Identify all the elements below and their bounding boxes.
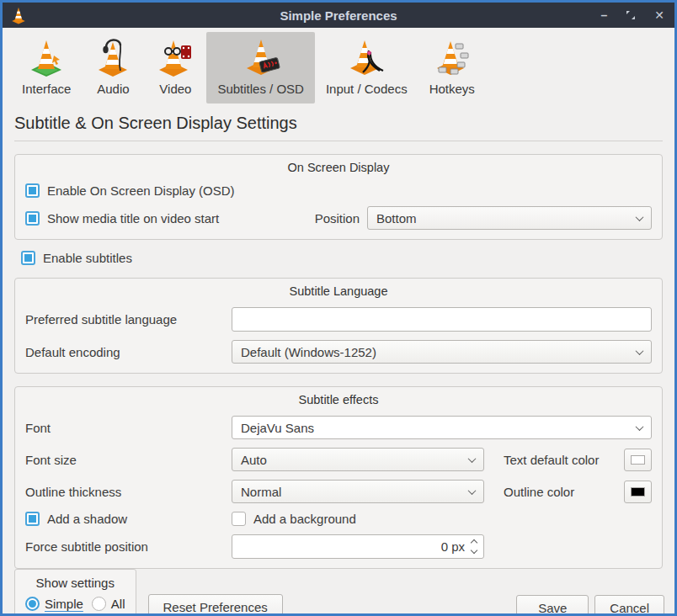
titlebar[interactable]: Simple Preferences – ✕: [3, 3, 674, 28]
force-position-label: Force subtitle position: [25, 539, 232, 554]
chevron-down-icon: [471, 547, 477, 554]
spinner-arrows[interactable]: [472, 540, 477, 553]
preferred-language-label: Preferred subtitle language: [25, 312, 232, 327]
chevron-down-icon: [468, 454, 477, 463]
group-subtitle-language: Subtitle Language Preferred subtitle lan…: [14, 278, 663, 374]
preferred-language-input[interactable]: [232, 307, 652, 332]
enable-subtitles-label: Enable subtitles: [43, 251, 132, 265]
audio-cone-icon: [93, 37, 133, 77]
subtitles-cone-icon: [241, 37, 281, 77]
footer-bar: Show settings Simple All Reset Preferenc…: [3, 569, 674, 616]
chevron-down-icon: [468, 486, 477, 495]
add-shadow-label: Add a shadow: [47, 512, 127, 526]
enable-subtitles-checkbox[interactable]: Enable subtitles: [21, 251, 132, 265]
text-default-color-label: Text default color: [504, 453, 599, 467]
position-label: Position: [315, 211, 360, 226]
group-title: On Screen Display: [25, 159, 652, 175]
page-heading-wrap: Subtitle & On Screen Display Settings: [14, 114, 663, 141]
enable-osd-checkbox[interactable]: Enable On Screen Display (OSD): [25, 183, 235, 198]
position-dropdown[interactable]: Bottom: [367, 206, 652, 230]
tab-label: Audio: [97, 82, 129, 96]
checkbox-checked-icon: [25, 211, 40, 226]
tab-label: Hotkeys: [429, 82, 475, 96]
preferences-window: Simple Preferences – ✕: [0, 0, 677, 616]
outline-color-button[interactable]: [624, 481, 652, 503]
show-settings-title: Show settings: [25, 576, 125, 590]
settings-content: On Screen Display Enable On Screen Displ…: [3, 141, 674, 569]
radio-simple[interactable]: Simple: [25, 597, 83, 611]
chevron-down-icon: [636, 422, 644, 431]
tab-subtitles-osd[interactable]: Subtitles / OSD: [206, 32, 315, 104]
window-title: Simple Preferences: [3, 8, 674, 23]
chevron-down-icon: [636, 213, 644, 221]
group-on-screen-display: On Screen Display Enable On Screen Displ…: [14, 154, 663, 240]
add-shadow-checkbox[interactable]: Add a shadow: [25, 512, 232, 526]
font-size-dropdown[interactable]: Auto: [232, 448, 484, 471]
restore-icon[interactable]: [626, 10, 636, 20]
minimize-icon[interactable]: –: [600, 9, 607, 21]
enable-osd-label: Enable On Screen Display (OSD): [47, 183, 235, 198]
tab-label: Video: [159, 82, 191, 96]
default-encoding-value: Default (Windows-1252): [241, 345, 376, 359]
cancel-button[interactable]: Cancel: [594, 595, 664, 616]
radio-unselected-icon: [92, 597, 106, 611]
outline-thickness-dropdown[interactable]: Normal: [232, 480, 484, 503]
tab-interface[interactable]: Interface: [11, 32, 82, 104]
outline-thickness-value: Normal: [241, 485, 281, 499]
category-toolbar: Interface Audio: [3, 28, 674, 104]
group-title: Subtitle effects: [25, 391, 652, 407]
text-default-color-button[interactable]: [624, 449, 652, 471]
default-encoding-label: Default encoding: [25, 345, 232, 359]
group-title: Subtitle Language: [25, 283, 652, 299]
radio-simple-label: Simple: [45, 597, 83, 611]
font-size-value: Auto: [241, 453, 267, 467]
hotkeys-cone-icon: [432, 37, 472, 77]
close-icon[interactable]: ✕: [654, 9, 664, 21]
force-position-value: 0 px: [441, 539, 465, 554]
text-color-swatch: [631, 455, 645, 465]
checkbox-checked-icon: [25, 512, 40, 526]
position-value: Bottom: [376, 211, 417, 226]
video-cone-icon: [155, 37, 195, 77]
outline-thickness-label: Outline thickness: [25, 485, 232, 499]
reset-preferences-button[interactable]: Reset Preferences: [148, 594, 283, 616]
window-controls: – ✕: [600, 3, 664, 28]
checkbox-checked-icon: [21, 251, 35, 265]
tab-audio[interactable]: Audio: [82, 32, 144, 104]
tab-video[interactable]: Video: [144, 32, 206, 104]
font-dropdown[interactable]: DejaVu Sans: [232, 416, 652, 439]
default-encoding-dropdown[interactable]: Default (Windows-1252): [232, 340, 652, 364]
add-background-checkbox[interactable]: Add a background: [232, 512, 652, 526]
tab-label: Interface: [22, 82, 71, 96]
interface-cone-icon: [26, 37, 67, 77]
radio-selected-icon: [25, 597, 40, 611]
outline-color-label: Outline color: [504, 485, 574, 499]
page-title: Subtitle & On Screen Display Settings: [14, 114, 663, 133]
group-subtitle-effects: Subtitle effects Font DejaVu Sans Font s…: [14, 386, 663, 569]
save-button[interactable]: Save: [516, 595, 589, 616]
tab-label: Subtitles / OSD: [217, 82, 304, 96]
checkbox-unchecked-icon: [232, 512, 246, 526]
outline-color-swatch: [631, 487, 645, 497]
input-codecs-cone-icon: [346, 37, 386, 77]
tab-input-codecs[interactable]: Input / Codecs: [315, 32, 418, 104]
radio-all[interactable]: All: [92, 597, 125, 611]
tab-hotkeys[interactable]: Hotkeys: [418, 32, 486, 104]
tab-label: Input / Codecs: [326, 82, 408, 96]
font-size-label: Font size: [25, 453, 232, 467]
show-settings-group: Show settings Simple All: [14, 569, 136, 616]
chevron-up-icon: [471, 539, 477, 546]
radio-all-label: All: [111, 597, 125, 611]
font-value: DejaVu Sans: [241, 421, 314, 435]
chevron-down-icon: [636, 347, 644, 355]
vlc-cone-icon: [9, 5, 28, 25]
add-background-label: Add a background: [253, 512, 356, 526]
font-label: Font: [25, 421, 232, 435]
show-media-title-checkbox[interactable]: Show media title on video start: [25, 211, 315, 226]
checkbox-checked-icon: [25, 183, 40, 198]
force-position-spinbox[interactable]: 0 px: [232, 534, 484, 559]
show-media-title-label: Show media title on video start: [47, 211, 219, 226]
